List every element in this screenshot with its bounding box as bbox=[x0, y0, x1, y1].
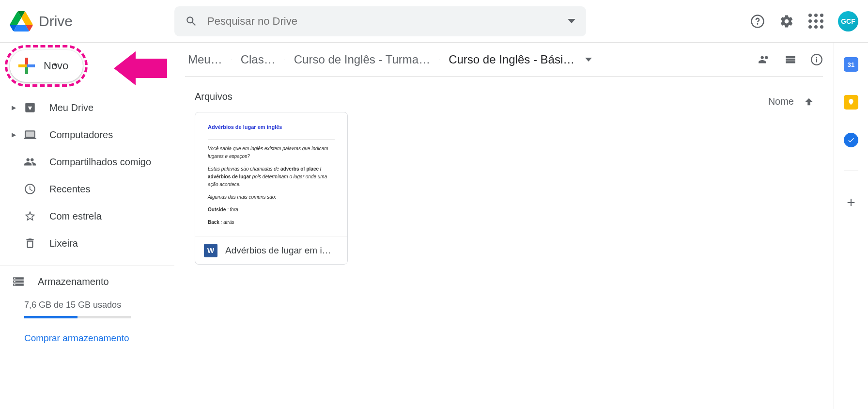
logo-area[interactable]: Drive bbox=[10, 11, 174, 31]
preview-line: Algumas das mais comuns são: bbox=[208, 193, 335, 201]
help-icon[interactable] bbox=[750, 14, 765, 29]
sort-label: Nome bbox=[768, 96, 794, 107]
sort-control[interactable]: Nome bbox=[768, 96, 814, 107]
main-content: Meu… Clas… Curso de Inglês - Turma… Curs… bbox=[174, 43, 834, 409]
app-name: Drive bbox=[39, 13, 73, 30]
storage-section: Armazenamento 7,6 GB de 15 GB usados Com… bbox=[0, 275, 174, 344]
file-footer: W Advérbios de lugar em i… bbox=[195, 236, 347, 264]
annotation-arrow bbox=[114, 51, 167, 85]
preview-line: Outside : fora bbox=[208, 206, 335, 214]
calendar-icon[interactable]: 31 bbox=[844, 57, 858, 72]
share-people-icon[interactable] bbox=[758, 53, 771, 66]
breadcrumb-item[interactable]: Clas… bbox=[238, 51, 279, 68]
nav-my-drive[interactable]: ▶ Meu Drive bbox=[0, 94, 174, 121]
chevron-right-icon bbox=[436, 55, 443, 64]
header-actions: GCF bbox=[750, 11, 858, 31]
breadcrumb-dropdown-caret-icon[interactable] bbox=[585, 58, 592, 62]
preview-line: Back : atrás bbox=[208, 219, 335, 226]
nav-label: Lixeira bbox=[49, 238, 78, 249]
computers-icon bbox=[23, 128, 37, 142]
section-title: Arquivos bbox=[195, 91, 823, 102]
drive-logo-icon bbox=[10, 11, 33, 31]
breadcrumb-item-current[interactable]: Curso de Inglês - Bási… bbox=[446, 51, 577, 68]
keep-icon[interactable] bbox=[844, 95, 858, 110]
drive-icon bbox=[23, 101, 37, 114]
search-icon bbox=[185, 15, 198, 28]
buy-storage-link[interactable]: Comprar armazenamento bbox=[24, 333, 174, 344]
new-button[interactable]: ⌖ Novo bbox=[10, 50, 83, 82]
settings-gear-icon[interactable] bbox=[779, 14, 794, 29]
trash-icon bbox=[23, 236, 37, 250]
chevron-right-icon bbox=[228, 55, 235, 64]
word-doc-icon: W bbox=[204, 244, 217, 257]
sidepanel-divider bbox=[844, 171, 858, 171]
star-icon bbox=[23, 209, 37, 223]
storage-heading[interactable]: Armazenamento bbox=[12, 275, 174, 288]
nav-trash[interactable]: ▶ Lixeira bbox=[0, 230, 174, 257]
info-icon[interactable] bbox=[810, 53, 823, 66]
plus-icon bbox=[18, 58, 35, 74]
chevron-right-icon bbox=[281, 55, 288, 64]
shared-icon bbox=[23, 155, 37, 169]
storage-bar-fill bbox=[24, 316, 78, 318]
sort-arrow-up-icon bbox=[804, 96, 814, 107]
nav-label: Meu Drive bbox=[49, 102, 93, 113]
nav-label: Recentes bbox=[49, 184, 91, 195]
file-card[interactable]: Advérbios de lugar em inglês Você sabia … bbox=[195, 112, 348, 265]
expand-caret-icon[interactable]: ▶ bbox=[12, 104, 17, 111]
storage-label-text: Armazenamento bbox=[38, 276, 109, 287]
search-options-caret-icon[interactable] bbox=[568, 19, 575, 23]
file-preview: Advérbios de lugar em inglês Você sabia … bbox=[195, 112, 347, 236]
nav-list: ▶ Meu Drive ▶ Computadores ▶ Compartilha… bbox=[0, 94, 174, 257]
recent-clock-icon bbox=[23, 182, 37, 196]
breadcrumb: Meu… Clas… Curso de Inglês - Turma… Curs… bbox=[185, 43, 823, 77]
preview-line: Estas palavras são chamadas de adverbs o… bbox=[208, 165, 335, 189]
side-panel: 31 + bbox=[834, 43, 868, 409]
nav-starred[interactable]: ▶ Com estrela bbox=[0, 203, 174, 230]
preview-line: Você sabia que em inglês existem palavra… bbox=[208, 145, 335, 160]
header: Drive GCF bbox=[0, 0, 868, 43]
nav-label: Computadores bbox=[49, 129, 113, 141]
nav-shared[interactable]: ▶ Compartilhados comigo bbox=[0, 148, 174, 175]
expand-caret-icon[interactable]: ▶ bbox=[12, 131, 17, 138]
breadcrumb-item[interactable]: Curso de Inglês - Turma… bbox=[291, 51, 433, 68]
view-list-icon[interactable] bbox=[784, 53, 797, 66]
apps-grid-icon[interactable] bbox=[808, 14, 823, 29]
search-bar[interactable] bbox=[174, 6, 586, 36]
breadcrumb-item[interactable]: Meu… bbox=[185, 51, 225, 68]
sidebar: ⌖ Novo ▶ Meu Drive ▶ Computadores ▶ Comp… bbox=[0, 43, 174, 409]
nav-label: Com estrela bbox=[49, 211, 102, 222]
nav-recent[interactable]: ▶ Recentes bbox=[0, 175, 174, 203]
file-name: Advérbios de lugar em i… bbox=[225, 245, 331, 256]
preview-doc-title: Advérbios de lugar em inglês bbox=[208, 123, 335, 135]
storage-bar bbox=[24, 316, 131, 318]
annotation-cursor-icon: ⌖ bbox=[53, 61, 57, 69]
add-on-plus-icon[interactable]: + bbox=[847, 194, 855, 211]
account-avatar[interactable]: GCF bbox=[838, 11, 858, 31]
storage-icon bbox=[12, 275, 25, 288]
storage-used-text: 7,6 GB de 15 GB usados bbox=[24, 300, 174, 310]
nav-computers[interactable]: ▶ Computadores bbox=[0, 121, 174, 148]
toolbar-actions bbox=[758, 53, 823, 66]
nav-label: Compartilhados comigo bbox=[49, 157, 151, 168]
search-input[interactable] bbox=[207, 15, 568, 28]
body: ⌖ Novo ▶ Meu Drive ▶ Computadores ▶ Comp… bbox=[0, 43, 868, 409]
tasks-icon[interactable] bbox=[844, 133, 858, 147]
sidebar-divider bbox=[0, 266, 174, 266]
